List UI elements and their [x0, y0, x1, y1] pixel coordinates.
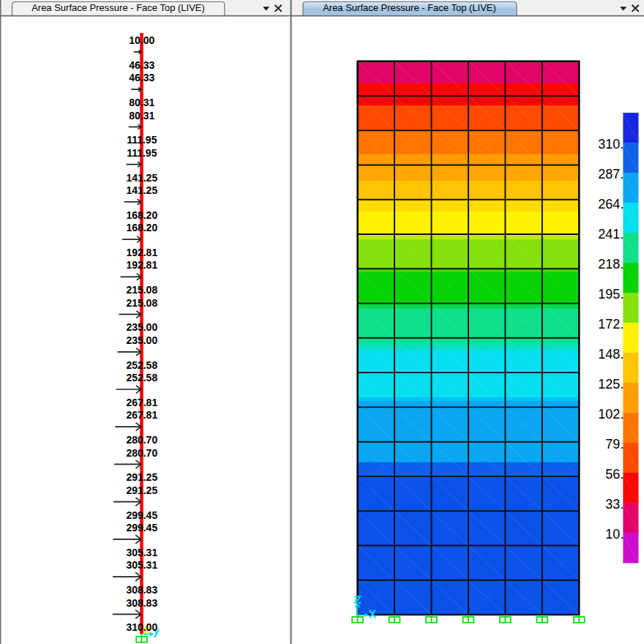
svg-text:168.20: 168.20	[126, 209, 157, 221]
svg-text:280.70: 280.70	[126, 447, 157, 459]
svg-text:172.: 172.	[598, 317, 624, 332]
svg-text:192.81: 192.81	[126, 247, 157, 258]
svg-text:111.95: 111.95	[127, 134, 157, 146]
svg-text:33.: 33.	[605, 497, 624, 512]
svg-text:192.81: 192.81	[126, 259, 157, 271]
svg-text:305.31: 305.31	[126, 559, 157, 571]
svg-text:287.: 287.	[598, 167, 624, 181]
svg-text:141.25: 141.25	[126, 184, 157, 196]
svg-text:Area Surface Pressure - Face T: Area Surface Pressure - Face Top (LIVE)	[323, 2, 496, 13]
svg-text:168.20: 168.20	[126, 222, 157, 233]
svg-text:252.58: 252.58	[126, 372, 157, 383]
svg-text:10.: 10.	[605, 527, 624, 542]
svg-text:215.08: 215.08	[126, 284, 157, 296]
svg-text:291.25: 291.25	[126, 484, 157, 496]
svg-text:215.08: 215.08	[126, 297, 157, 309]
svg-text:218.: 218.	[598, 257, 624, 272]
svg-text:46.33: 46.33	[129, 72, 154, 83]
svg-text:125.: 125.	[598, 377, 624, 392]
svg-text:56.: 56.	[605, 467, 624, 482]
svg-text:102.: 102.	[598, 407, 624, 422]
svg-text:80.31: 80.31	[129, 110, 154, 121]
svg-text:195.: 195.	[598, 287, 624, 302]
svg-text:252.58: 252.58	[126, 359, 157, 371]
svg-text:308.83: 308.83	[126, 597, 157, 609]
svg-text:308.83: 308.83	[126, 584, 157, 596]
svg-text:267.81: 267.81	[126, 409, 157, 421]
svg-text:10.00: 10.00	[129, 34, 154, 46]
svg-text:Area Surface Pressure - Face T: Area Surface Pressure - Face Top (LIVE)	[31, 2, 205, 13]
svg-text:299.45: 299.45	[126, 509, 157, 521]
svg-text:141.25: 141.25	[126, 172, 157, 184]
svg-text:241.: 241.	[598, 227, 624, 242]
svg-text:280.70: 280.70	[126, 434, 157, 446]
svg-text:79.: 79.	[605, 437, 624, 452]
svg-text:299.45: 299.45	[126, 522, 157, 533]
svg-text:80.31: 80.31	[129, 97, 154, 108]
svg-text:310.00: 310.00	[126, 621, 157, 633]
svg-text:46.33: 46.33	[129, 59, 154, 71]
svg-text:235.00: 235.00	[126, 321, 157, 333]
svg-text:305.31: 305.31	[126, 547, 157, 558]
svg-text:267.81: 267.81	[126, 397, 157, 408]
svg-text:291.25: 291.25	[126, 471, 157, 483]
svg-text:235.00: 235.00	[126, 334, 157, 346]
svg-text:148.: 148.	[598, 347, 624, 362]
svg-text:111.95: 111.95	[127, 147, 157, 159]
svg-text:310.: 310.	[598, 137, 624, 151]
svg-text:264.: 264.	[598, 197, 624, 211]
